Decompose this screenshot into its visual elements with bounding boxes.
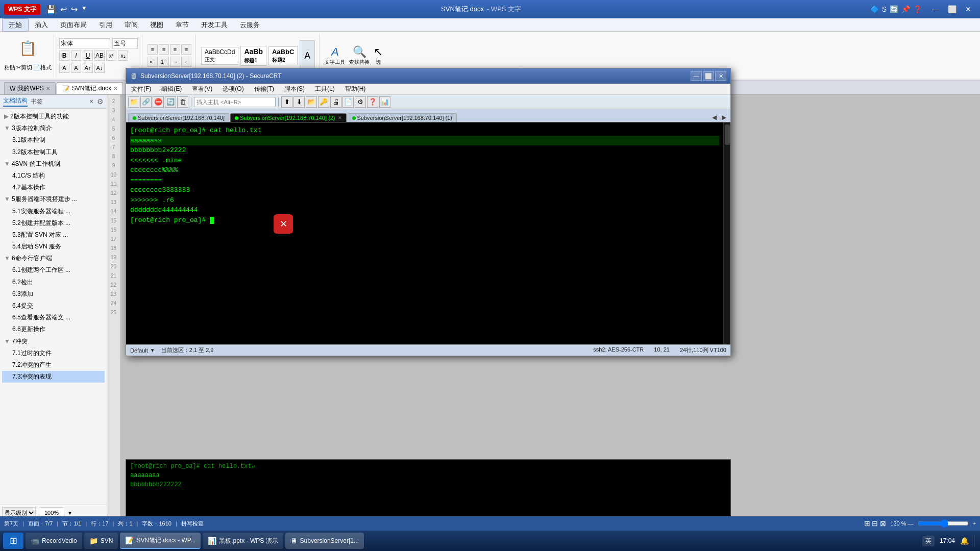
session-next-btn[interactable]: ▶ [720,114,728,121]
securecrt-close[interactable]: ✕ [715,71,726,81]
style-h1[interactable]: AaBb标题1 [240,46,266,66]
scrt-tb-disconnect[interactable]: ⛔ [153,96,164,108]
close-sidebar-btn[interactable]: ✕ [89,98,94,105]
session-tab-1[interactable]: SubversionServer[192.168.70.140] [128,113,229,122]
tree-item-3[interactable]: ▼ 3版本控制简介 [2,122,105,134]
session-tab-2[interactable]: SubversionServer[192.168.70.140] (2) ✕ [230,113,347,122]
scrt-tb-print[interactable]: 🖨 [330,96,341,108]
top-icon-1[interactable]: 🔷 [870,5,879,13]
align-right-btn[interactable]: ≡ [170,44,180,55]
scrt-menu-options[interactable]: 选项(O) [217,84,249,94]
font-name-input[interactable] [59,38,110,48]
scrt-menu-tools[interactable]: 工具(L) [310,84,340,94]
tab-bookmark[interactable]: 书签 [31,97,43,106]
superscript-btn[interactable]: x² [106,51,116,61]
securecrt-minimize[interactable]: — [691,71,702,81]
save-icon[interactable]: 💾 [44,4,58,15]
scrt-menu-help[interactable]: 帮助(H) [340,84,371,94]
justify-btn[interactable]: ≡ [181,44,191,55]
tree-item-5-4[interactable]: 5.4启动 SVN 服务 [2,241,105,253]
scrt-menu-view[interactable]: 查看(V) [187,84,217,94]
scrt-menu-transfer[interactable]: 传输(T) [249,84,279,94]
align-left-btn[interactable]: ≡ [148,44,158,55]
taskbar-item-securecrt[interactable]: 🖥 SubversionServer[1... [285,533,364,549]
tree-item-6-4[interactable]: 6.4提交 [2,300,105,312]
scrt-right-scrollbar[interactable] [723,122,730,344]
tree-item-4[interactable]: ▼ 4SVN 的工作机制 [2,158,105,170]
tree-item-6[interactable]: ▼ 6命令行客户端 [2,253,105,264]
scrt-host-input[interactable] [194,97,276,107]
scrt-tb-download[interactable]: ⬇ [293,96,305,108]
wps-logo[interactable]: WPS 文字 [4,4,40,15]
menu-yun[interactable]: 云服务 [234,19,266,31]
scrt-tb-delete[interactable]: 🗑 [177,96,188,108]
float-icon[interactable]: ✕ [274,214,293,234]
tree-item-7[interactable]: ▼ 7冲突 [2,336,105,347]
strikethrough-btn[interactable]: AB [94,51,105,61]
font-color-btn[interactable]: A [59,63,69,73]
style-h2[interactable]: AaBbC标题2 [268,46,298,65]
undo-icon[interactable]: ↩ [59,4,68,15]
tab-mywps[interactable]: W 我的WPS ✕ [4,82,56,94]
tree-item-6-3[interactable]: 6.3添加 [2,288,105,300]
scrt-menu-edit[interactable]: 编辑(E) [156,84,187,94]
taskbar-notify[interactable]: 🔔 [960,537,969,545]
session-tab-3[interactable]: SubversionServer[192.168.70.140] (1) [348,113,457,122]
close-button[interactable]: ✕ [961,3,976,15]
taskbar-item-recordvedio[interactable]: 📹 RecordVedio [26,533,82,549]
tree-item-6-6[interactable]: 6.6更新操作 [2,323,105,335]
tree-item-3-1[interactable]: 3.1版本控制 [2,134,105,146]
menu-charu[interactable]: 插入 [29,19,54,31]
top-icon-3[interactable]: 🔄 [890,5,898,13]
tab-doc-structure[interactable]: 文档结构 [3,96,28,107]
scrt-tb-settings[interactable]: ⚙ [355,96,366,108]
clipboard-copy[interactable]: 📄格式 [33,64,52,71]
bullet-list-btn[interactable]: •≡ [148,57,158,67]
session-prev-btn[interactable]: ◀ [710,114,719,121]
scrt-tb-upload[interactable]: ⬆ [281,96,292,108]
zoom-dropdown-icon[interactable]: ▼ [67,510,72,516]
menu-zhangjie[interactable]: 章节 [169,19,195,31]
numbered-list-btn[interactable]: 1≡ [159,57,169,67]
shrink-font-btn[interactable]: A↓ [94,63,105,73]
scrt-tb-help[interactable]: ❓ [367,96,378,108]
bold-btn[interactable]: B [59,51,69,61]
view-icons[interactable]: ⊞ ⊟ ⊠ [864,519,887,528]
status-spell[interactable]: 拼写检查 [181,520,204,528]
securecrt-restore[interactable]: ⬜ [703,71,714,81]
outdent-btn[interactable]: ← [181,57,191,67]
tree-item-5-1[interactable]: 5.1安装服务器端程 ... [2,206,105,217]
scrt-tb-sftp[interactable]: 📂 [306,96,317,108]
clipboard-cut[interactable]: ✂剪切 [16,64,32,71]
style-normal[interactable]: AaBbCcDd正文 [201,47,238,65]
new-style-btn[interactable]: A [300,40,315,71]
profile-dropdown[interactable]: ▼ [150,347,155,353]
underline-btn[interactable]: U [83,51,93,61]
find-replace-btn[interactable]: 🔍 查找替换 [349,45,370,66]
tree-item-5[interactable]: ▼ 5服务器端环境搭建步 ... [2,193,105,205]
scrt-tb-pagesetup[interactable]: 📄 [342,96,354,108]
scrt-profile[interactable]: Default ▼ [130,347,155,354]
scrt-tb-new[interactable]: 📁 [128,96,139,108]
text-effects-btn[interactable]: A 文字工具 [325,45,345,66]
italic-btn[interactable]: I [71,51,81,61]
sidebar-settings-btn[interactable]: ⚙ [97,97,104,106]
tree-item-5-3[interactable]: 5.3配置 SVN 对应 ... [2,229,105,241]
taskbar-lang[interactable]: 英 [922,536,935,546]
scrt-tb-key[interactable]: 🔑 [318,96,329,108]
scrt-scroll-thumb[interactable] [725,124,730,145]
session-tab-2-close[interactable]: ✕ [338,115,342,120]
restore-button[interactable]: ⬜ [944,3,960,15]
zoom-plus[interactable]: + [973,520,976,527]
grow-font-btn[interactable]: A↑ [83,63,93,73]
scrt-menu-script[interactable]: 脚本(S) [279,84,310,94]
menu-kaifa[interactable]: 开发工具 [195,19,234,31]
terminal-area[interactable]: [root@rich pro_oa]# cat hello.txt aaaaaa… [126,122,723,344]
tree-item-2[interactable]: ▶ 2版本控制工具的功能 [2,111,105,122]
taskbar-item-pptx[interactable]: 📊 黑板.pptx - WPS 演示 [203,533,283,549]
indent-btn[interactable]: → [170,57,180,67]
menu-layout[interactable]: 页面布局 [54,19,93,31]
top-icon-5[interactable]: ❓ [913,5,922,13]
tree-item-6-5[interactable]: 6.5查看服务器端文 ... [2,312,105,323]
tab-svnnotes-close[interactable]: ✕ [113,86,117,91]
